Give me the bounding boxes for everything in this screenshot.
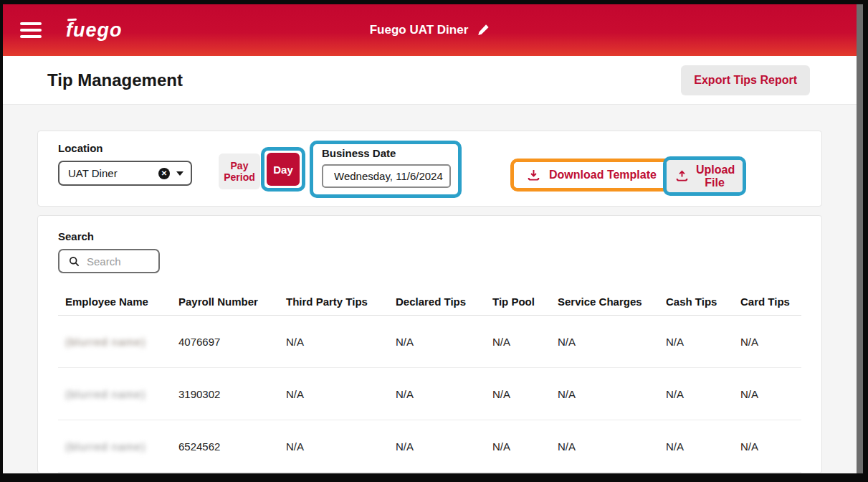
card-tips-cell: N/A <box>733 440 801 453</box>
download-template-label: Download Template <box>549 169 657 181</box>
restaurant-title: Fuego UAT Diner <box>370 23 469 37</box>
location-selected-value: UAT Diner <box>68 167 158 179</box>
column-header: Payroll Number <box>171 296 279 308</box>
employee-table: Employee Name Payroll Number Third Party… <box>58 288 801 473</box>
employee-name-blurred: (blurred name) <box>65 336 146 348</box>
screenshot-frame: fuego Fuego UAT Diner Tip Management Exp… <box>0 0 868 482</box>
annotation-box-business-date: Business Date <box>310 141 462 198</box>
employee-tips-panel: Search Employee Name Payroll Number Thir… <box>37 215 822 473</box>
column-header: Card Tips <box>733 296 801 308</box>
tip-pool-cell: N/A <box>485 440 550 453</box>
clear-selection-icon[interactable]: ✕ <box>158 168 170 179</box>
pay-period-toggle-button[interactable]: Pay Period <box>219 153 260 189</box>
cash-tips-cell: N/A <box>659 388 733 400</box>
tip-pool-cell: N/A <box>485 336 550 348</box>
column-header: Declared Tips <box>388 296 485 308</box>
employee-name-blurred: (blurred name) <box>65 388 146 400</box>
third-party-tips-cell: N/A <box>279 388 388 400</box>
column-header: Cash Tips <box>659 296 733 308</box>
business-date-input[interactable] <box>322 164 451 188</box>
top-navigation-bar: fuego Fuego UAT Diner <box>3 4 857 56</box>
day-toggle-button[interactable]: Day <box>267 153 300 186</box>
filter-panel: Location UAT Diner ✕ Pay Period Day Busi… <box>37 131 822 207</box>
annotation-box-download-template: Download Template <box>510 159 674 192</box>
declared-tips-cell: N/A <box>388 336 485 348</box>
column-header: Third Party Tips <box>279 296 388 308</box>
table-row: (blurred name) 6524562 N/A N/A N/A N/A N… <box>58 420 801 473</box>
table-row: (blurred name) 4076697 N/A N/A N/A N/A N… <box>58 316 801 368</box>
download-icon <box>528 169 540 181</box>
search-box <box>58 249 160 273</box>
cash-tips-cell: N/A <box>659 336 733 348</box>
service-charges-cell: N/A <box>550 440 659 453</box>
location-label: Location <box>58 142 192 154</box>
page-content: Location UAT Diner ✕ Pay Period Day Busi… <box>3 105 857 473</box>
table-header-row: Employee Name Payroll Number Third Party… <box>58 288 801 316</box>
third-party-tips-cell: N/A <box>279 336 388 348</box>
declared-tips-cell: N/A <box>388 388 485 400</box>
annotation-box-upload-file: Upload File <box>663 156 746 196</box>
download-template-button[interactable]: Download Template <box>514 162 670 188</box>
search-label: Search <box>58 230 801 242</box>
column-header: Employee Name <box>58 296 171 308</box>
service-charges-cell: N/A <box>550 336 659 348</box>
fuego-logo: fuego <box>66 19 123 42</box>
search-input[interactable] <box>87 255 153 268</box>
table-row: (blurred name) 3190302 N/A N/A N/A N/A N… <box>58 368 801 420</box>
app-window: fuego Fuego UAT Diner Tip Management Exp… <box>3 4 857 473</box>
employee-name-blurred: (blurred name) <box>65 440 146 453</box>
column-header: Tip Pool <box>485 296 550 308</box>
service-charges-cell: N/A <box>550 388 659 400</box>
third-party-tips-cell: N/A <box>279 440 388 453</box>
page-header: Tip Management Export Tips Report <box>3 56 857 105</box>
payroll-number-cell: 3190302 <box>171 388 279 400</box>
upload-file-label: Upload File <box>696 164 733 189</box>
chevron-down-icon[interactable] <box>176 171 183 176</box>
location-field: Location UAT Diner ✕ <box>58 142 192 186</box>
card-tips-cell: N/A <box>733 388 801 400</box>
search-icon <box>69 256 80 267</box>
location-select[interactable]: UAT Diner ✕ <box>58 161 192 186</box>
column-header: Service Charges <box>550 296 659 308</box>
payroll-number-cell: 4076697 <box>171 336 279 348</box>
tip-pool-cell: N/A <box>485 388 550 400</box>
upload-icon <box>676 170 688 182</box>
upload-file-button[interactable]: Upload File <box>667 160 743 192</box>
vertical-scrollbar[interactable] <box>857 4 863 473</box>
annotation-box-day: Day <box>261 147 305 192</box>
hamburger-menu-icon[interactable] <box>20 22 42 38</box>
edit-pencil-icon[interactable] <box>477 24 490 37</box>
declared-tips-cell: N/A <box>388 440 485 453</box>
card-tips-cell: N/A <box>733 336 801 348</box>
business-date-label: Business Date <box>322 147 451 159</box>
page-title: Tip Management <box>47 70 183 90</box>
export-tips-report-button[interactable]: Export Tips Report <box>681 65 810 95</box>
cash-tips-cell: N/A <box>659 440 733 453</box>
payroll-number-cell: 6524562 <box>171 440 279 453</box>
